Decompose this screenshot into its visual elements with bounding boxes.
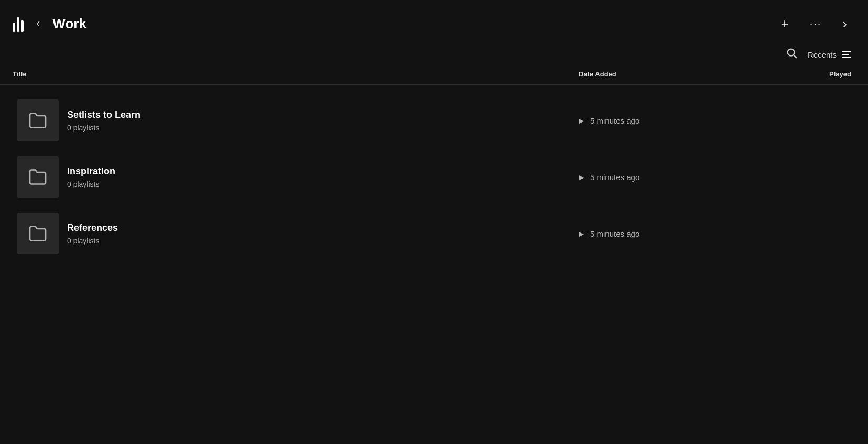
item-info: References 0 playlists [67,223,118,245]
header-left: ‹ Work [13,15,86,32]
play-arrow-icon: ▶ [579,117,584,125]
logo-bar-3 [21,20,24,32]
col-played: Played [746,70,851,78]
date-text: 5 minutes ago [590,173,639,182]
toolbar: Recents [0,47,868,70]
col-title: Title [13,70,579,78]
list-item[interactable]: Inspiration 0 playlists ▶ 5 minutes ago [13,150,855,204]
column-headers: Title Date Added Played [0,70,868,85]
item-date: ▶ 5 minutes ago [579,173,746,182]
play-arrow-icon: ▶ [579,230,584,238]
folder-thumbnail [17,213,59,254]
recents-label: Recents [808,50,837,59]
item-subtitle: 0 playlists [67,124,140,132]
logo-bar-1 [13,23,15,32]
add-button[interactable]: + [776,15,793,32]
search-icon [786,47,797,59]
item-date: ▶ 5 minutes ago [579,116,746,125]
list-item[interactable]: References 0 playlists ▶ 5 minutes ago [13,206,855,261]
item-subtitle: 0 playlists [67,180,115,188]
item-date: ▶ 5 minutes ago [579,229,746,238]
item-info: Setlists to Learn 0 playlists [67,109,140,132]
logo-icon [13,15,24,32]
item-name: Inspiration [67,166,115,177]
folder-icon [28,111,47,130]
forward-button[interactable]: › [838,15,851,32]
item-left: Setlists to Learn 0 playlists [17,99,579,141]
folder-thumbnail [17,99,59,141]
folder-icon [28,224,47,243]
recents-control[interactable]: Recents [808,50,851,59]
folder-thumbnail [17,156,59,198]
list-item[interactable]: Setlists to Learn 0 playlists ▶ 5 minute… [13,93,855,148]
page-title: Work [52,16,86,32]
play-arrow-icon: ▶ [579,173,584,181]
list-view-icon [842,51,851,58]
col-date-added: Date Added [579,70,746,78]
item-name: Setlists to Learn [67,109,140,120]
date-text: 5 minutes ago [590,229,639,238]
list-container: Setlists to Learn 0 playlists ▶ 5 minute… [0,89,868,444]
item-info: Inspiration 0 playlists [67,166,115,188]
item-left: References 0 playlists [17,213,579,254]
back-button[interactable]: ‹ [32,15,44,32]
header: ‹ Work + ··· › [0,0,868,47]
date-text: 5 minutes ago [590,116,639,125]
item-name: References [67,223,118,234]
more-options-button[interactable]: ··· [806,16,826,31]
app-container: ‹ Work + ··· › Recents [0,0,868,444]
item-subtitle: 0 playlists [67,237,118,245]
logo-bar-2 [17,17,19,32]
header-right: + ··· › [776,15,851,32]
search-button[interactable] [786,47,797,62]
folder-icon [28,168,47,186]
item-left: Inspiration 0 playlists [17,156,579,198]
svg-line-1 [794,55,796,58]
